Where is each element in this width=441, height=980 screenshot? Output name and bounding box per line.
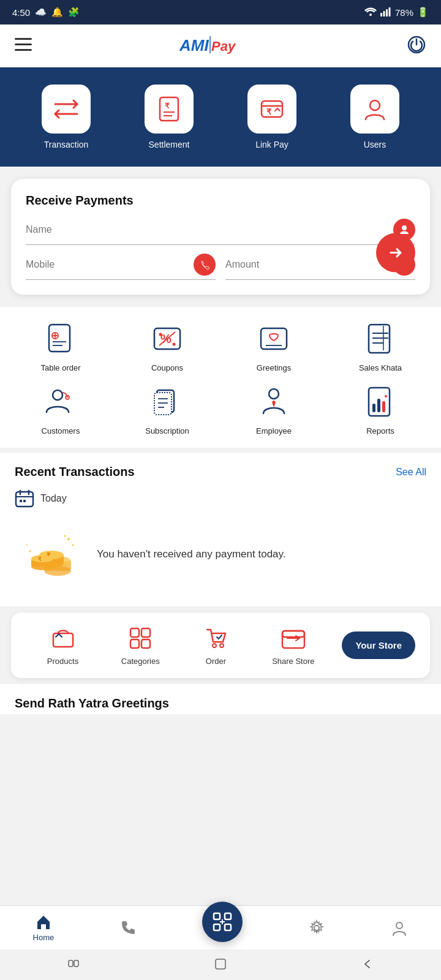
svg-rect-82 xyxy=(225,913,231,919)
nav-settings[interactable] xyxy=(308,919,325,937)
categories-icon xyxy=(127,625,154,652)
svg-point-88 xyxy=(396,922,402,929)
svg-rect-75 xyxy=(130,639,139,648)
customers-icon xyxy=(41,382,80,421)
reports-icon xyxy=(361,382,400,421)
store-card: Products Categories Order xyxy=(11,612,430,678)
svg-rect-79 xyxy=(282,631,304,648)
svg-point-65 xyxy=(31,555,53,562)
nav-phone[interactable] xyxy=(119,919,137,937)
reports-label: Reports xyxy=(366,426,394,435)
svg-rect-21 xyxy=(49,325,70,352)
recent-header: Recent Transactions See All xyxy=(15,465,426,479)
svg-rect-46 xyxy=(372,404,375,412)
today-label: Today xyxy=(40,493,67,504)
svg-point-18 xyxy=(370,100,380,110)
status-left: 4:50 ☁️ 🔔 🧩 xyxy=(12,7,80,18)
svg-rect-73 xyxy=(130,628,139,637)
power-button[interactable] xyxy=(407,35,426,57)
products-item[interactable]: Products xyxy=(47,625,78,666)
svg-rect-5 xyxy=(15,38,32,40)
hamburger-menu[interactable] xyxy=(15,38,32,54)
settlement-icon-item[interactable]: ₹ Settlement xyxy=(145,85,194,149)
android-back-btn[interactable] xyxy=(361,957,374,973)
phone-nav-icon xyxy=(119,919,137,937)
nav-profile[interactable] xyxy=(391,919,408,937)
notification-icon: 🔔 xyxy=(51,7,63,18)
products-icon xyxy=(50,625,77,652)
profile-nav-icon xyxy=(391,919,408,937)
greetings-icon xyxy=(254,319,293,358)
table-order-label: Table order xyxy=(40,363,80,372)
status-right: 78% 🔋 xyxy=(364,7,429,18)
svg-rect-76 xyxy=(141,639,150,648)
categories-label: Categories xyxy=(121,657,160,666)
share-store-label: Share Store xyxy=(272,657,314,666)
svg-rect-91 xyxy=(216,959,225,969)
coupons-label: Coupons xyxy=(151,363,183,372)
svg-point-69 xyxy=(64,535,66,537)
subscription-item[interactable]: Subscription xyxy=(116,382,218,435)
scan-icon xyxy=(211,911,233,933)
top-header: AMI Pay xyxy=(0,24,441,67)
order-label: Order xyxy=(206,657,226,666)
linkpay-icon-item[interactable]: ₹ Link Pay xyxy=(247,85,296,149)
reports-item[interactable]: Reports xyxy=(330,382,431,435)
svg-point-27 xyxy=(159,333,162,336)
transaction-icon-item[interactable]: Transaction xyxy=(42,85,91,149)
categories-item[interactable]: Categories xyxy=(121,625,160,666)
name-row xyxy=(26,219,415,245)
android-nav-bar xyxy=(0,951,441,980)
amount-input[interactable] xyxy=(225,259,393,270)
svg-rect-53 xyxy=(23,500,26,502)
settings-icon xyxy=(308,919,325,937)
see-all-button[interactable]: See All xyxy=(396,467,426,478)
svg-point-68 xyxy=(72,545,74,546)
table-order-item[interactable]: Table order xyxy=(10,319,111,372)
transaction-label: Transaction xyxy=(44,140,89,149)
greetings-item[interactable]: Greetings xyxy=(223,319,325,372)
recent-transactions-title: Recent Transactions xyxy=(15,465,135,479)
svg-point-87 xyxy=(314,925,319,930)
wifi-icon xyxy=(364,7,377,18)
coins-illustration: ₹ ₹ xyxy=(21,527,82,582)
name-input[interactable] xyxy=(26,224,393,235)
users-icon-item[interactable]: Users xyxy=(350,85,399,149)
sales-khata-item[interactable]: Sales Khata xyxy=(330,319,431,372)
coupons-item[interactable]: % Coupons xyxy=(116,319,218,372)
nav-home[interactable]: Home xyxy=(33,913,55,942)
users-icon-box xyxy=(350,85,399,134)
share-store-icon xyxy=(280,625,307,652)
svg-rect-83 xyxy=(214,924,220,930)
nav-scan-button[interactable] xyxy=(202,902,243,942)
svg-rect-48 xyxy=(382,401,385,412)
subscription-label: Subscription xyxy=(145,426,189,435)
order-item[interactable]: Order xyxy=(202,625,229,666)
mobile-input[interactable] xyxy=(26,259,194,270)
home-icon xyxy=(35,913,52,930)
name-input-wrap xyxy=(26,219,415,245)
your-store-button[interactable]: Your Store xyxy=(342,631,415,659)
app-icon: 🧩 xyxy=(68,7,80,18)
svg-rect-3 xyxy=(386,9,388,17)
receive-payments-card: Receive Payments xyxy=(11,179,430,295)
customers-item[interactable]: Customers xyxy=(10,382,111,435)
svg-rect-84 xyxy=(225,924,231,930)
order-icon xyxy=(202,625,229,652)
send-payment-button[interactable] xyxy=(376,233,415,272)
svg-rect-7 xyxy=(15,49,32,51)
android-recent-btn[interactable] xyxy=(67,957,80,973)
svg-rect-90 xyxy=(74,960,78,967)
android-home-btn[interactable] xyxy=(214,957,227,973)
status-bar: 4:50 ☁️ 🔔 🧩 78% 🔋 xyxy=(0,0,441,24)
svg-point-77 xyxy=(213,644,216,647)
store-icons-row: Products Categories Order xyxy=(26,625,336,666)
employee-item[interactable]: Employee xyxy=(223,382,325,435)
greetings-label: Greetings xyxy=(257,363,291,372)
svg-rect-16 xyxy=(262,101,282,117)
share-store-item[interactable]: Share Store xyxy=(272,625,314,666)
employee-icon xyxy=(254,382,293,421)
subscription-icon xyxy=(148,382,187,421)
sales-khata-label: Sales Khata xyxy=(359,363,402,372)
customers-label: Customers xyxy=(42,426,80,435)
